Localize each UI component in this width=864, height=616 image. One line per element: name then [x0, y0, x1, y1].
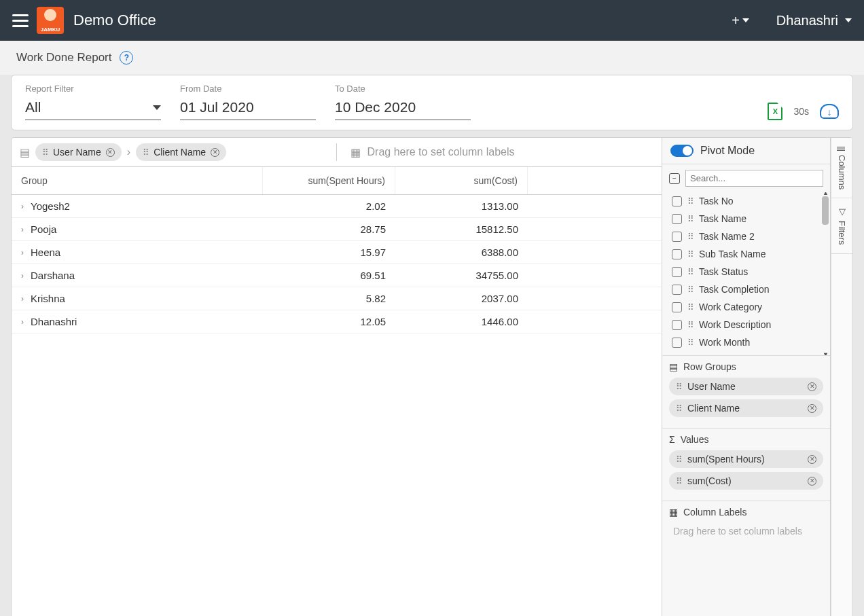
- cost-cell: 6388.00: [395, 241, 528, 264]
- column-option[interactable]: ⠿Task Name 2: [669, 228, 827, 245]
- remove-chip-icon[interactable]: ✕: [808, 382, 816, 391]
- checkbox[interactable]: [672, 196, 682, 206]
- col-header-cost[interactable]: sum(Cost): [395, 167, 528, 194]
- checkbox[interactable]: [672, 214, 682, 224]
- column-option[interactable]: ⠿Task No: [669, 192, 827, 210]
- expand-icon[interactable]: ›: [21, 248, 24, 257]
- checkbox[interactable]: [672, 302, 682, 312]
- checkbox[interactable]: [672, 232, 682, 242]
- column-option-label: Task No: [699, 196, 734, 206]
- column-option-label: Task Name: [699, 213, 746, 224]
- table-row[interactable]: ›Yogesh22.021313.00: [12, 195, 662, 218]
- logo-icon: JAMKU: [37, 7, 64, 34]
- values-title: Values: [681, 434, 709, 445]
- table-row[interactable]: ›Dhanashri12.051446.00: [12, 310, 662, 333]
- tab-label: Columns: [837, 155, 847, 189]
- remove-chip-icon[interactable]: ✕: [808, 455, 816, 464]
- value-chip[interactable]: ⠿sum(Cost)✕: [669, 472, 823, 490]
- spent-hours-cell: 28.75: [263, 218, 395, 240]
- column-tool-panel: Pivot Mode − ▲ ▼ ⠿Task No⠿Task Name⠿Task…: [662, 138, 831, 616]
- col-header-spent[interactable]: sum(Spent Hours): [263, 167, 395, 194]
- tab-columns[interactable]: ||| Columns: [831, 138, 852, 198]
- row-group-chip[interactable]: ⠿ User Name ✕: [35, 143, 122, 161]
- drag-handle-icon: ⠿: [687, 214, 694, 224]
- expand-icon[interactable]: ›: [21, 271, 24, 280]
- help-icon[interactable]: ?: [120, 51, 133, 65]
- grid-body: ›Yogesh22.021313.00›Pooja28.7515812.50›H…: [12, 195, 662, 616]
- expand-icon[interactable]: ›: [21, 317, 24, 327]
- table-row[interactable]: ›Darshana69.5134755.00: [12, 264, 662, 287]
- table-row[interactable]: ›Krishna5.822037.00: [12, 287, 662, 310]
- row-group-chip[interactable]: ⠿User Name✕: [669, 378, 823, 395]
- filter-label: From Date: [180, 84, 316, 94]
- column-option-label: Task Name 2: [699, 231, 755, 242]
- report-filter[interactable]: Report Filter All: [25, 84, 161, 120]
- drag-handle-icon: ⠿: [687, 338, 694, 348]
- drag-handle-icon: ⠿: [42, 147, 48, 158]
- row-groups-section: ▤ Row Groups ⠿User Name✕⠿Client Name✕: [662, 355, 830, 428]
- column-option[interactable]: ⠿Task Name: [669, 210, 827, 228]
- drag-handle-icon: ⠿: [687, 232, 694, 242]
- remove-chip-icon[interactable]: ✕: [211, 148, 219, 157]
- refresh-countdown: 30s: [793, 106, 809, 117]
- group-name: Dhanashri: [31, 316, 77, 327]
- add-menu[interactable]: +: [732, 13, 749, 29]
- grid-main: ▤ ⠿ User Name ✕ › ⠿ Client Name ✕ ▦ Drag…: [12, 138, 662, 616]
- checkbox[interactable]: [672, 285, 682, 295]
- filter-label: Report Filter: [25, 84, 161, 94]
- app-logo[interactable]: JAMKU: [37, 7, 64, 34]
- filter-label: To Date: [335, 84, 471, 94]
- expand-icon[interactable]: ›: [21, 225, 24, 234]
- user-menu[interactable]: Dhanashri: [776, 13, 852, 29]
- group-name: Krishna: [31, 293, 65, 304]
- column-labels-icon: ▦: [669, 507, 678, 518]
- dropzone-hint: Drag here to set column labels: [367, 146, 515, 158]
- to-date-filter[interactable]: To Date 10 Dec 2020: [335, 84, 471, 120]
- remove-chip-icon[interactable]: ✕: [106, 148, 115, 157]
- cost-cell: 15812.50: [395, 218, 528, 240]
- column-labels-dropzone[interactable]: ▦ Drag here to set column labels: [342, 146, 654, 159]
- column-option[interactable]: ⠿Work Month: [669, 333, 827, 351]
- column-labels-hint: Drag here to set column labels: [669, 523, 823, 539]
- expand-icon[interactable]: ›: [21, 294, 24, 304]
- download-cloud-icon[interactable]: [820, 104, 839, 119]
- scroll-down-icon[interactable]: ▼: [823, 351, 829, 355]
- checkbox[interactable]: [672, 249, 682, 259]
- checkbox[interactable]: [672, 320, 682, 330]
- checkbox[interactable]: [672, 338, 682, 348]
- column-option[interactable]: ⠿Task Completion: [669, 280, 827, 298]
- tab-filters[interactable]: ▽ Filters: [831, 198, 852, 253]
- drag-handle-icon: ⠿: [687, 320, 694, 330]
- value-chip[interactable]: ⠿sum(Spent Hours)✕: [669, 450, 823, 468]
- column-search-input[interactable]: [685, 170, 823, 187]
- table-row[interactable]: ›Pooja28.7515812.50: [12, 218, 662, 241]
- grid-column-header: Group sum(Spent Hours) sum(Cost): [12, 167, 662, 195]
- remove-chip-icon[interactable]: ✕: [808, 477, 816, 486]
- expand-icon[interactable]: ›: [21, 202, 24, 211]
- values-section: Σ Values ⠿sum(Spent Hours)✕⠿sum(Cost)✕: [662, 428, 830, 501]
- column-option[interactable]: ⠿Sub Task Name: [669, 245, 827, 263]
- plus-icon: +: [732, 13, 740, 29]
- checkbox[interactable]: [672, 267, 682, 277]
- row-group-chip[interactable]: ⠿ Client Name ✕: [136, 143, 226, 161]
- scrollbar-thumb[interactable]: [822, 196, 829, 225]
- column-option[interactable]: ⠿Work Category: [669, 298, 827, 316]
- table-row[interactable]: ›Heena15.976388.00: [12, 241, 662, 264]
- remove-chip-icon[interactable]: ✕: [808, 404, 816, 413]
- filter-value: 01 Jul 2020: [180, 99, 254, 115]
- filter-value: All: [25, 99, 41, 115]
- drag-handle-icon: ⠿: [687, 249, 694, 259]
- drag-handle-icon: ⠿: [676, 476, 682, 486]
- row-group-chip[interactable]: ⠿Client Name✕: [669, 399, 823, 417]
- from-date-filter[interactable]: From Date 01 Jul 2020: [180, 84, 316, 120]
- column-option-label: Sub Task Name: [699, 249, 766, 259]
- drag-handle-icon: ⠿: [676, 382, 682, 392]
- pivot-mode-toggle[interactable]: [670, 145, 694, 157]
- menu-hamburger-icon[interactable]: [12, 14, 29, 27]
- column-option[interactable]: ⠿Task Status: [669, 263, 827, 280]
- col-header-group[interactable]: Group: [12, 167, 263, 194]
- export-excel-icon[interactable]: X: [768, 103, 782, 120]
- column-option[interactable]: ⠿Work Description: [669, 316, 827, 333]
- spent-hours-cell: 69.51: [263, 264, 395, 287]
- collapse-all-icon[interactable]: −: [669, 173, 680, 184]
